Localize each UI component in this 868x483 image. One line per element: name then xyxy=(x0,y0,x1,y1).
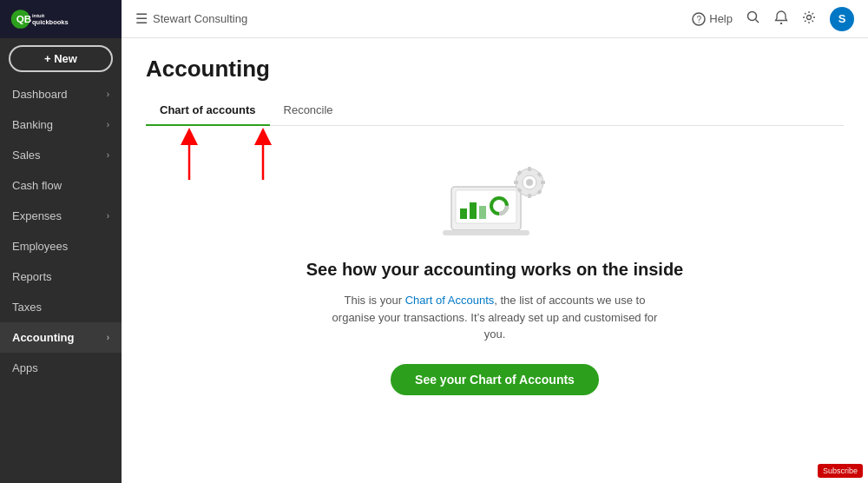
chevron-icon: › xyxy=(107,89,109,99)
svg-point-8 xyxy=(780,22,782,23)
sidebar-item-cash-flow[interactable]: Cash flow xyxy=(0,170,122,201)
svg-text:intuit: intuit xyxy=(32,13,44,18)
notification-icon[interactable] xyxy=(774,10,788,28)
sidebar-item-dashboard[interactable]: Dashboard › xyxy=(0,79,122,109)
sidebar-item-taxes[interactable]: Taxes xyxy=(0,292,122,322)
chart-of-accounts-link[interactable]: Chart of Accounts xyxy=(405,294,495,307)
hamburger-icon[interactable]: ☰ xyxy=(135,10,148,27)
svg-rect-14 xyxy=(460,208,467,219)
sidebar-item-apps[interactable]: Apps xyxy=(0,353,122,383)
sidebar-item-accounting[interactable]: Accounting › xyxy=(0,322,122,353)
cta-button[interactable]: See your Chart of Accounts xyxy=(391,364,599,395)
svg-rect-23 xyxy=(528,167,531,171)
svg-point-9 xyxy=(807,15,812,19)
sidebar-item-expenses[interactable]: Expenses › xyxy=(0,201,122,231)
chevron-icon: › xyxy=(107,211,109,221)
svg-rect-25 xyxy=(514,181,518,184)
chevron-icon: › xyxy=(107,333,109,342)
svg-rect-19 xyxy=(443,230,529,235)
page-title: Accounting xyxy=(146,56,844,83)
quickbooks-logo: QB intuit quickbooks xyxy=(10,7,97,31)
svg-text:QB: QB xyxy=(16,13,31,24)
sub-text: This is your Chart of Accounts, the list… xyxy=(330,292,660,343)
settings-icon[interactable] xyxy=(802,10,816,28)
help-icon: ? xyxy=(692,12,706,26)
new-button[interactable]: + New xyxy=(9,45,113,72)
logo-area: QB intuit quickbooks xyxy=(0,0,122,38)
svg-point-6 xyxy=(748,11,757,20)
svg-line-7 xyxy=(756,19,760,23)
avatar[interactable]: S xyxy=(830,7,854,31)
chevron-icon: › xyxy=(107,120,109,129)
svg-rect-24 xyxy=(528,194,531,198)
topbar-right: ? Help S xyxy=(692,7,854,31)
annotation-arrows xyxy=(146,119,406,189)
topbar-left: ☰ Stewart Consulting xyxy=(135,10,247,27)
sidebar-item-banking[interactable]: Banking › xyxy=(0,109,122,140)
sidebar: QB intuit quickbooks + New Dashboard › B… xyxy=(0,0,122,483)
svg-rect-26 xyxy=(541,181,545,184)
subscribe-badge: Subscribe xyxy=(818,464,863,478)
main-area: ☰ Stewart Consulting ? Help S Accounting… xyxy=(122,0,868,483)
sidebar-item-reports[interactable]: Reports xyxy=(0,261,122,292)
svg-point-22 xyxy=(526,179,533,186)
sidebar-item-sales[interactable]: Sales › xyxy=(0,140,122,170)
svg-text:quickbooks: quickbooks xyxy=(32,18,69,26)
search-icon[interactable] xyxy=(746,10,760,28)
chevron-icon: › xyxy=(107,150,109,160)
content-area: Accounting Chart of accounts Reconcile xyxy=(122,38,868,483)
svg-text:?: ? xyxy=(697,15,702,24)
accounting-illustration xyxy=(443,161,547,239)
help-button[interactable]: ? Help xyxy=(692,12,733,26)
topbar: ☰ Stewart Consulting ? Help S xyxy=(122,0,868,38)
company-name: Stewart Consulting xyxy=(153,12,247,25)
main-heading: See how your accounting works on the ins… xyxy=(306,260,684,280)
svg-rect-16 xyxy=(479,206,486,219)
svg-rect-15 xyxy=(470,202,477,219)
sidebar-item-employees[interactable]: Employees xyxy=(0,231,122,261)
